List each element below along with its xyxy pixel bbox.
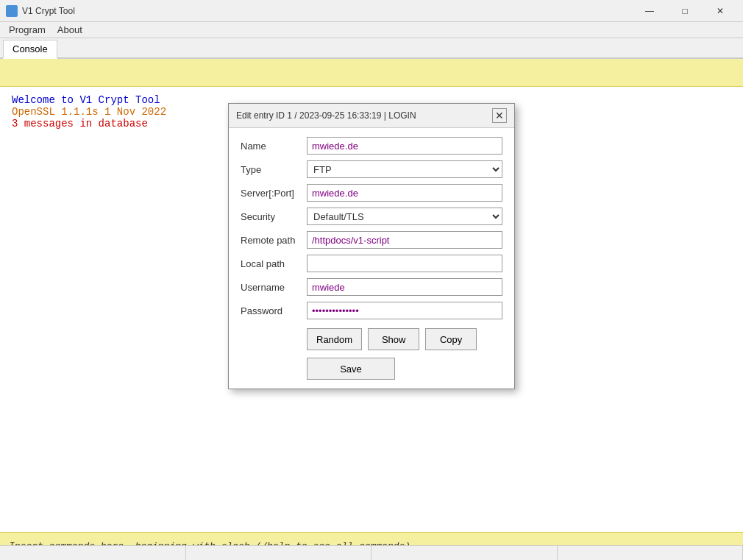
username-row: Username <box>241 278 502 296</box>
tab-console[interactable]: Console <box>3 40 57 59</box>
app-window: V1 Crypt Tool — □ ✕ Program About Consol… <box>0 0 743 560</box>
username-input[interactable] <box>307 278 502 296</box>
maximize-button[interactable]: □ <box>668 0 702 22</box>
remote-path-input[interactable] <box>307 231 502 249</box>
server-input[interactable] <box>307 184 502 202</box>
password-label: Password <box>241 305 307 316</box>
username-label: Username <box>241 282 307 293</box>
dialog-body: Name Type FTP SFTP HTTP HTTPS <box>229 128 514 389</box>
security-label: Security <box>241 211 307 222</box>
name-label: Name <box>241 141 307 152</box>
edit-entry-dialog: Edit entry ID 1 / 2023-09-25 16:33:19 | … <box>228 103 515 389</box>
close-button[interactable]: ✕ <box>703 0 737 22</box>
local-path-input[interactable] <box>307 255 502 272</box>
show-button[interactable]: Show <box>368 328 419 350</box>
dialog-title: Edit entry ID 1 / 2023-09-25 16:33:19 | … <box>236 110 416 121</box>
menu-about[interactable]: About <box>51 23 88 37</box>
app-title: V1 Crypt Tool <box>22 6 633 16</box>
name-row: Name <box>241 137 502 155</box>
password-input[interactable] <box>307 302 502 319</box>
name-input[interactable] <box>307 137 502 155</box>
tabbar: Console <box>0 38 743 59</box>
minimize-button[interactable]: — <box>633 0 666 22</box>
type-label: Type <box>241 164 307 175</box>
window-controls: — □ ✕ <box>633 0 737 22</box>
security-select[interactable]: Default/TLS None TLS SSL <box>307 208 502 225</box>
save-button[interactable]: Save <box>307 358 395 380</box>
menubar: Program About <box>0 22 743 38</box>
random-button[interactable]: Random <box>307 328 362 350</box>
remote-path-row: Remote path <box>241 231 502 249</box>
titlebar: V1 Crypt Tool — □ ✕ <box>0 0 743 22</box>
type-row: Type FTP SFTP HTTP HTTPS <box>241 160 502 178</box>
app-icon <box>6 5 18 17</box>
server-row: Server[:Port] <box>241 184 502 202</box>
password-row: Password <box>241 302 502 319</box>
server-label: Server[:Port] <box>241 188 307 199</box>
local-path-row: Local path <box>241 255 502 272</box>
dialog-close-button[interactable]: ✕ <box>492 108 507 123</box>
remote-path-label: Remote path <box>241 235 307 246</box>
content-area: Welcome to V1 Crypt Tool OpenSSL 1.1.1s … <box>0 59 743 560</box>
menu-program[interactable]: Program <box>3 23 51 37</box>
action-buttons-row: Random Show Copy <box>241 328 502 350</box>
type-select[interactable]: FTP SFTP HTTP HTTPS <box>307 160 502 178</box>
local-path-label: Local path <box>241 258 307 269</box>
security-row: Security Default/TLS None TLS SSL <box>241 208 502 225</box>
dialog-overlay: Edit entry ID 1 / 2023-09-25 16:33:19 | … <box>0 59 743 560</box>
copy-button[interactable]: Copy <box>425 328 477 350</box>
save-button-row: Save <box>241 358 502 380</box>
dialog-titlebar: Edit entry ID 1 / 2023-09-25 16:33:19 | … <box>229 104 514 128</box>
